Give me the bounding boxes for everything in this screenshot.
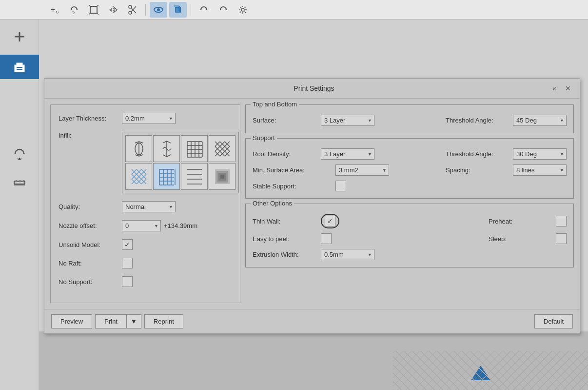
dialog-body: Layer Thickness: 0.1mm 0.2mm 0.3mm Infil… [44, 99, 580, 309]
no-raft-checkbox[interactable] [122, 258, 133, 268]
no-raft-label: No Raft: [59, 260, 122, 267]
nozzle-offset-label: Nozzle offset: [59, 222, 122, 229]
background-area [39, 331, 588, 390]
dialog-titlebar: Print Settings « ✕ [44, 79, 580, 99]
left-panel: Layer Thickness: 0.1mm 0.2mm 0.3mm Infil… [50, 104, 240, 303]
quality-select[interactable]: Draft Normal Fine [122, 201, 176, 212]
svg-text:+: + [51, 5, 55, 14]
sep1 [145, 4, 146, 16]
redo-tool-btn[interactable] [215, 2, 232, 18]
infill-row: Infill: [59, 132, 232, 193]
extrusion-width-row: Extrusion Width: 0.4mm 0.5mm 0.6mm [253, 249, 567, 260]
unsolid-model-checkbox[interactable] [122, 239, 133, 250]
stable-support-row: Stable Support: [253, 181, 567, 191]
sleep-col: Sleep: [489, 233, 567, 244]
svg-point-18 [157, 8, 160, 11]
nozzle-offset-select[interactable]: 0 1 2 [122, 220, 161, 231]
svg-rect-29 [17, 69, 22, 70]
threshold-angle-select[interactable]: 30 Deg 45 Deg 60 Deg [513, 115, 567, 126]
thin-wall-label: Thin Wall: [253, 218, 316, 225]
dialog-back-btn[interactable]: « [549, 82, 560, 94]
main-area: Print Settings « ✕ Layer Thickness: 0.1m… [39, 20, 588, 390]
surface-label: Surface: [253, 117, 316, 124]
surface-select[interactable]: 1 Layer 2 Layer 3 Layer 4 Layer [321, 115, 374, 126]
spacing-label: Spacing: [446, 166, 509, 174]
infill-cell-4[interactable] [125, 163, 152, 190]
svg-rect-5 [90, 6, 97, 13]
no-support-row: No Support: [59, 276, 232, 287]
reprint-button[interactable]: Reprint [144, 314, 183, 328]
svg-rect-35 [14, 181, 25, 184]
sleep-checkbox[interactable] [556, 233, 567, 244]
sidebar-print-btn[interactable] [0, 55, 39, 79]
threshold-angle-label: Threshold Angle: [446, 117, 509, 124]
infill-cell-3[interactable] [209, 135, 235, 162]
extrusion-width-select[interactable]: 0.4mm 0.5mm 0.6mm [321, 249, 374, 260]
layer-thickness-wrapper: 0.1mm 0.2mm 0.3mm [122, 113, 176, 124]
sidebar-measure-btn[interactable] [7, 170, 32, 194]
infill-cell-7[interactable] [209, 163, 235, 190]
unsolid-model-row: Unsolid Model: [59, 239, 232, 250]
view-tool-btn[interactable] [150, 2, 167, 18]
settings-tool-btn[interactable] [234, 2, 252, 18]
easy-peel-checkbox[interactable] [321, 233, 332, 244]
sep2 [191, 4, 191, 16]
mirror-tool-btn[interactable] [104, 2, 122, 18]
preview-button[interactable]: Preview [51, 314, 92, 328]
layer-thickness-row: Layer Thickness: 0.1mm 0.2mm 0.3mm [59, 113, 232, 124]
spacing-select[interactable]: 4 lines 6 lines 8 lines 10 lines [513, 164, 567, 176]
print-button[interactable]: Print [95, 314, 126, 328]
spacing-col: Spacing: 4 lines 6 lines 8 lines 10 line… [446, 164, 567, 176]
svg-line-6 [89, 5, 90, 6]
support-threshold-select[interactable]: 30 Deg 45 Deg 60 Deg [513, 148, 567, 160]
dialog-footer: Preview Print ▼ Reprint Default [44, 309, 580, 333]
sidebar-add-btn[interactable] [7, 24, 32, 49]
roof-density-select[interactable]: 1 Layer 2 Layer 3 Layer [321, 148, 374, 160]
no-support-label: No Support: [59, 278, 122, 286]
sidebar-reload-btn[interactable] [7, 142, 32, 166]
svg-text:↻: ↻ [72, 11, 75, 14]
infill-cell-2[interactable] [181, 135, 208, 162]
cut-tool-btn[interactable] [124, 2, 141, 18]
unsolid-model-label: Unsolid Model: [59, 241, 122, 248]
top-toolbar: +↻ ↻ [0, 0, 588, 20]
no-support-checkbox[interactable] [122, 276, 133, 287]
extrusion-width-wrapper: 0.4mm 0.5mm 0.6mm [321, 249, 374, 260]
infill-grid [122, 132, 239, 193]
infill-cell-0[interactable] [125, 135, 152, 162]
thin-wall-highlight [321, 214, 339, 228]
dialog-title: Print Settings [79, 84, 549, 92]
layer-thickness-select[interactable]: 0.1mm 0.2mm 0.3mm [122, 113, 176, 124]
scale-tool-btn[interactable] [85, 2, 102, 18]
3d-tool-btn[interactable] [169, 2, 187, 18]
thin-wall-checkbox[interactable] [325, 216, 335, 226]
easy-peel-row: Easy to peel: Sleep: [253, 233, 567, 244]
svg-marker-21 [179, 6, 180, 12]
nozzle-offset-wrapper: 0 1 2 +134.39mm [122, 220, 197, 231]
infill-cell-1[interactable] [153, 135, 180, 162]
default-button[interactable]: Default [534, 314, 573, 328]
svg-rect-90 [220, 175, 224, 179]
rotate-tool-btn[interactable]: ↻ [65, 2, 83, 18]
preheat-checkbox[interactable] [556, 216, 567, 226]
infill-cell-6[interactable] [181, 163, 208, 190]
dialog-close-btn[interactable]: ✕ [562, 82, 574, 94]
preheat-col: Preheat: [489, 216, 567, 226]
spacing-wrapper: 4 lines 6 lines 8 lines 10 lines [513, 164, 567, 176]
roof-density-wrapper: 1 Layer 2 Layer 3 Layer [321, 148, 374, 160]
surface-wrapper: 1 Layer 2 Layer 3 Layer 4 Layer [321, 115, 374, 126]
print-dropdown-btn[interactable]: ▼ [126, 314, 141, 328]
add-tool-btn[interactable]: +↻ [46, 2, 63, 18]
thin-wall-row: Thin Wall: Preheat: [253, 214, 567, 228]
infill-cell-5[interactable] [153, 163, 180, 190]
extrusion-width-label: Extrusion Width: [253, 251, 316, 258]
stable-support-checkbox[interactable] [335, 181, 346, 191]
svg-point-24 [241, 8, 244, 11]
quality-wrapper: Draft Normal Fine [122, 201, 176, 212]
svg-rect-28 [17, 67, 22, 68]
roof-density-row: Roof Density: 1 Layer 2 Layer 3 Layer Th… [253, 148, 567, 160]
undo-tool-btn[interactable] [195, 2, 213, 18]
min-surface-select[interactable]: 1 mm2 2 mm2 3 mm2 4 mm2 [335, 164, 389, 176]
no-raft-row: No Raft: [59, 258, 232, 268]
easy-peel-label: Easy to peel: [253, 235, 316, 243]
